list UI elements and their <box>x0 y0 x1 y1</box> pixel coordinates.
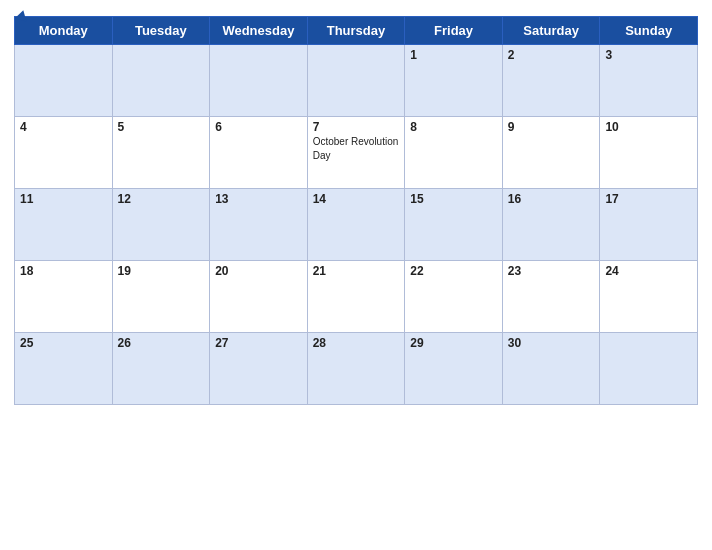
day-number: 28 <box>313 336 400 350</box>
day-number: 19 <box>118 264 205 278</box>
day-number: 9 <box>508 120 595 134</box>
calendar-day-cell: 7October Revolution Day <box>307 117 405 189</box>
calendar-day-cell: 23 <box>502 261 600 333</box>
calendar-day-cell: 10 <box>600 117 698 189</box>
calendar-day-cell: 30 <box>502 333 600 405</box>
weekday-header-tuesday: Tuesday <box>112 17 210 45</box>
day-number: 6 <box>215 120 302 134</box>
calendar-container: MondayTuesdayWednesdayThursdayFridaySatu… <box>0 0 712 550</box>
calendar-day-cell: 4 <box>15 117 113 189</box>
day-number: 3 <box>605 48 692 62</box>
weekday-header-sunday: Sunday <box>600 17 698 45</box>
logo-blue-text <box>14 10 28 21</box>
calendar-day-cell: 11 <box>15 189 113 261</box>
day-number: 18 <box>20 264 107 278</box>
day-number: 15 <box>410 192 497 206</box>
calendar-day-cell: 28 <box>307 333 405 405</box>
calendar-day-cell: 9 <box>502 117 600 189</box>
calendar-day-cell: 18 <box>15 261 113 333</box>
calendar-day-cell <box>15 45 113 117</box>
day-number: 26 <box>118 336 205 350</box>
day-number: 13 <box>215 192 302 206</box>
logo-triangle-icon <box>15 9 29 22</box>
calendar-day-cell: 19 <box>112 261 210 333</box>
logo-area <box>14 10 28 21</box>
calendar-day-cell <box>210 45 308 117</box>
weekday-header-row: MondayTuesdayWednesdayThursdayFridaySatu… <box>15 17 698 45</box>
day-number: 2 <box>508 48 595 62</box>
calendar-day-cell: 13 <box>210 189 308 261</box>
day-number: 1 <box>410 48 497 62</box>
calendar-day-cell: 3 <box>600 45 698 117</box>
day-number: 10 <box>605 120 692 134</box>
day-number: 5 <box>118 120 205 134</box>
calendar-week-row: 252627282930 <box>15 333 698 405</box>
day-number: 23 <box>508 264 595 278</box>
day-number: 7 <box>313 120 400 134</box>
day-number: 12 <box>118 192 205 206</box>
day-number: 22 <box>410 264 497 278</box>
weekday-header-monday: Monday <box>15 17 113 45</box>
calendar-day-cell: 24 <box>600 261 698 333</box>
calendar-week-row: 18192021222324 <box>15 261 698 333</box>
holiday-label: October Revolution Day <box>313 136 399 161</box>
calendar-day-cell: 8 <box>405 117 503 189</box>
calendar-day-cell: 21 <box>307 261 405 333</box>
calendar-day-cell: 22 <box>405 261 503 333</box>
day-number: 29 <box>410 336 497 350</box>
calendar-day-cell: 5 <box>112 117 210 189</box>
calendar-day-cell <box>307 45 405 117</box>
calendar-week-row: 123 <box>15 45 698 117</box>
calendar-table: MondayTuesdayWednesdayThursdayFridaySatu… <box>14 16 698 405</box>
weekday-header-friday: Friday <box>405 17 503 45</box>
calendar-day-cell: 20 <box>210 261 308 333</box>
calendar-day-cell: 15 <box>405 189 503 261</box>
day-number: 17 <box>605 192 692 206</box>
calendar-week-row: 11121314151617 <box>15 189 698 261</box>
weekday-header-saturday: Saturday <box>502 17 600 45</box>
day-number: 25 <box>20 336 107 350</box>
calendar-day-cell: 16 <box>502 189 600 261</box>
calendar-day-cell: 26 <box>112 333 210 405</box>
day-number: 11 <box>20 192 107 206</box>
weekday-header-thursday: Thursday <box>307 17 405 45</box>
calendar-week-row: 4567October Revolution Day8910 <box>15 117 698 189</box>
day-number: 27 <box>215 336 302 350</box>
calendar-day-cell: 2 <box>502 45 600 117</box>
day-number: 21 <box>313 264 400 278</box>
calendar-day-cell: 27 <box>210 333 308 405</box>
calendar-day-cell: 12 <box>112 189 210 261</box>
calendar-day-cell: 25 <box>15 333 113 405</box>
calendar-day-cell <box>112 45 210 117</box>
calendar-day-cell: 14 <box>307 189 405 261</box>
calendar-day-cell: 6 <box>210 117 308 189</box>
weekday-header-wednesday: Wednesday <box>210 17 308 45</box>
calendar-day-cell: 17 <box>600 189 698 261</box>
day-number: 24 <box>605 264 692 278</box>
day-number: 16 <box>508 192 595 206</box>
day-number: 8 <box>410 120 497 134</box>
calendar-day-cell: 1 <box>405 45 503 117</box>
day-number: 4 <box>20 120 107 134</box>
day-number: 14 <box>313 192 400 206</box>
calendar-day-cell <box>600 333 698 405</box>
day-number: 30 <box>508 336 595 350</box>
calendar-day-cell: 29 <box>405 333 503 405</box>
day-number: 20 <box>215 264 302 278</box>
